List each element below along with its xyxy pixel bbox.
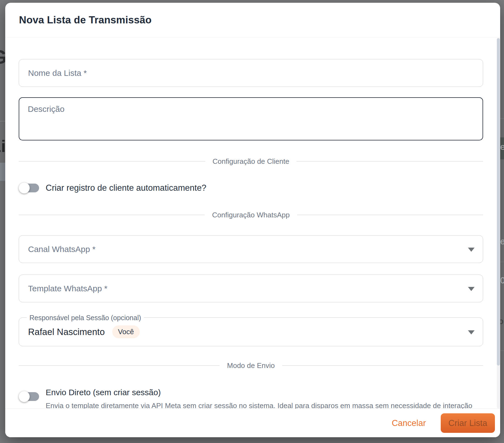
direct-send-text: Envio Direto (sem criar sessão) Envia o … (46, 387, 472, 409)
dialog-header: Nova Lista de Transmissão (5, 3, 500, 37)
create-list-button[interactable]: Criar Lista (441, 413, 495, 433)
background-text-fragment: e (500, 142, 504, 152)
background-row-line-fragment (500, 118, 504, 119)
section-label-send-mode: Modo de Envio (220, 361, 282, 370)
direct-send-description: Envia o template diretamente via API Met… (46, 402, 472, 409)
divider-line (19, 215, 205, 215)
section-divider-client: Configuração de Cliente (19, 156, 483, 166)
direct-send-label: Envio Direto (sem criar sessão) (46, 387, 472, 398)
background-table-header-fragment (0, 163, 5, 181)
toggle-thumb (19, 182, 30, 193)
session-responsible-value: Rafael Nascimento (28, 327, 105, 337)
dialog-footer: Cancelar Criar Lista (5, 409, 500, 437)
section-label-client: Configuração de Cliente (205, 157, 297, 166)
background-row-line-fragment (500, 262, 504, 262)
divider-line (282, 365, 483, 366)
divider-line (19, 365, 220, 366)
whatsapp-template-select[interactable]: Template WhatsApp * (19, 275, 483, 302)
auto-create-client-row: Criar registro de cliente automaticament… (19, 182, 483, 193)
toggle-thumb (19, 391, 30, 402)
background-divider-fragment (0, 121, 5, 121)
section-divider-send-mode: Modo de Envio (19, 361, 483, 370)
whatsapp-template-placeholder: Template WhatsApp * (28, 284, 107, 293)
list-name-input[interactable] (19, 59, 483, 87)
whatsapp-channel-select[interactable]: Canal WhatsApp * (19, 235, 483, 263)
section-divider-whatsapp: Configuração WhatsApp (19, 210, 483, 220)
divider-line (297, 215, 483, 215)
divider-line (19, 161, 205, 162)
section-label-whatsapp: Configuração WhatsApp (205, 211, 297, 219)
whatsapp-channel-placeholder: Canal WhatsApp * (28, 245, 95, 254)
chevron-down-icon (468, 248, 475, 252)
cancel-button[interactable]: Cancelar (387, 415, 431, 431)
direct-send-toggle[interactable] (19, 391, 39, 402)
chevron-down-icon (468, 287, 475, 291)
divider-line (297, 161, 483, 162)
scrollbar-thumb[interactable] (497, 38, 500, 366)
auto-create-client-toggle[interactable] (19, 182, 39, 193)
background-text-fragment: e (500, 236, 504, 247)
chevron-down-icon (468, 330, 475, 334)
you-badge: Você (112, 325, 140, 338)
direct-send-row: Envio Direto (sem criar sessão) Envia o … (19, 387, 483, 409)
dialog-content: Configuração de Cliente Criar registro d… (5, 37, 500, 409)
session-responsible-label: Responsável pela Sessão (opcional) (27, 314, 144, 322)
dialog-title: Nova Lista de Transmissão (19, 14, 152, 26)
new-broadcast-list-dialog: Nova Lista de Transmissão Configuração d… (5, 3, 500, 437)
background-row-line-fragment (500, 350, 504, 351)
background-subheading-fragment: Li (0, 136, 6, 156)
session-responsible-select[interactable]: Responsável pela Sessão (opcional) Rafae… (19, 317, 483, 346)
background-text-fragment: 0 (500, 275, 504, 286)
description-textarea[interactable] (19, 97, 483, 140)
auto-create-client-label: Criar registro de cliente automaticament… (46, 182, 206, 193)
